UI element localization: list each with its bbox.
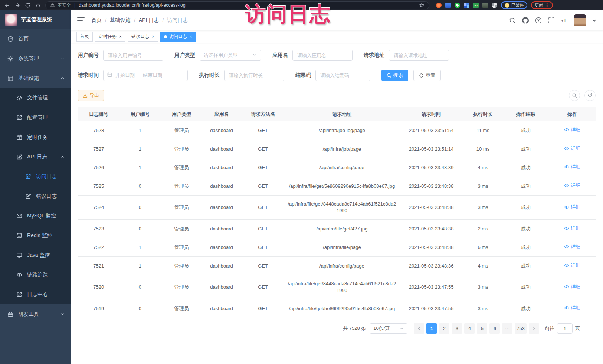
page-button-3[interactable]: 3 (452, 323, 462, 334)
more-pages-icon[interactable]: ··· (502, 323, 512, 334)
browser-menu-icon[interactable]: ⋮ (545, 3, 549, 8)
sidebar-item-Java 监控[interactable]: Java 监控 (0, 245, 71, 265)
sidebar-item-文件管理[interactable]: 文件管理 (0, 88, 71, 108)
sidebar-item-访问日志[interactable]: 访问日志 (0, 167, 71, 186)
forward-icon[interactable] (14, 2, 20, 8)
detail-link[interactable]: 详细 (564, 145, 580, 152)
close-icon[interactable]: × (119, 35, 122, 39)
column-header: 用户类型 (161, 107, 202, 121)
cell-actions: 详细 (549, 196, 596, 220)
export-button[interactable]: 导出 (78, 90, 104, 101)
page-size-select[interactable]: 10条/页 (370, 323, 407, 334)
extension-icon[interactable] (445, 3, 451, 8)
request-url-input[interactable] (389, 50, 449, 61)
extension-icon[interactable] (436, 3, 442, 8)
fullscreen-icon[interactable] (548, 17, 555, 24)
cell-user_type: 管理员 (161, 158, 202, 177)
detail-link[interactable]: 详细 (564, 283, 580, 290)
bookmark-star-icon[interactable] (419, 2, 425, 8)
extension-icon[interactable] (455, 3, 460, 8)
pagination-goto: 前往 页 (545, 323, 580, 334)
sidebar-item-API 日志[interactable]: API 日志 (0, 147, 71, 167)
sidebar-item-MySQL 监控[interactable]: MySQL 监控 (0, 206, 71, 226)
toggle-search-icon[interactable] (569, 90, 580, 101)
translate-extension-icon[interactable]: an (473, 3, 479, 8)
detail-link[interactable]: 详细 (564, 262, 580, 269)
tag-错误日志[interactable]: 错误日志× (128, 32, 158, 42)
close-icon[interactable]: × (152, 35, 154, 39)
home-icon[interactable] (35, 2, 41, 8)
user-id-input[interactable] (103, 50, 163, 61)
extension-icon[interactable] (464, 3, 469, 8)
sidebar-item-日志中心[interactable]: 日志中心 (0, 285, 71, 304)
refresh-icon[interactable] (584, 90, 596, 101)
browser-update-button[interactable]: 更新⋮ (531, 1, 553, 9)
app-name-input[interactable] (292, 50, 353, 61)
user-type-select[interactable]: 请选择用户类型 (200, 50, 261, 61)
github-icon[interactable] (522, 17, 529, 24)
table-row: 75281管理员dashboardGET/api/infra/job-log/p… (78, 121, 596, 140)
eye-icon (564, 244, 569, 249)
close-icon[interactable]: × (190, 35, 192, 39)
tag-定时任务[interactable]: 定时任务× (95, 32, 125, 42)
sidebar-item-Redis 监控[interactable]: Redis 监控 (0, 226, 71, 245)
detail-link[interactable]: 详细 (564, 182, 580, 189)
date-range-picker[interactable]: 开始日期 - 结束日期 (103, 70, 188, 81)
prev-page-button[interactable] (414, 323, 424, 334)
font-size-icon[interactable]: TT (561, 17, 568, 24)
search-button[interactable]: 搜索 (381, 70, 408, 81)
page-button-753[interactable]: 753 (515, 323, 527, 334)
sidebar-item-定时任务[interactable]: 定时任务 (0, 127, 71, 147)
address-bar[interactable]: 不安全 | dashboard.yudao.iocoder.cn/infra/l… (45, 1, 429, 9)
cell-actions: 详细 (549, 299, 596, 318)
sidebar-logo[interactable]: 芋道管理系统 (0, 10, 71, 29)
breadcrumb-item[interactable]: 首页 (91, 17, 102, 24)
table-row: 75230管理员dashboardGET/api/infra/file/get/… (78, 220, 596, 238)
cell-duration: 3 ms (463, 299, 502, 318)
detail-link[interactable]: 详细 (564, 305, 580, 311)
sidebar-item-首页[interactable]: 首页 (0, 29, 71, 49)
extension-icon[interactable] (492, 3, 497, 8)
sidebar-item-研发工具[interactable]: 研发工具 (0, 304, 71, 324)
goto-page-input[interactable] (557, 323, 573, 334)
chevron-down-icon (400, 327, 404, 331)
page-button-6[interactable]: 6 (489, 323, 500, 334)
user-avatar[interactable] (574, 14, 586, 26)
detail-link[interactable]: 详细 (564, 127, 580, 133)
next-page-button[interactable] (529, 323, 539, 334)
page-button-4[interactable]: 4 (464, 323, 475, 334)
search-icon[interactable] (509, 17, 516, 24)
page-button-2[interactable]: 2 (439, 323, 449, 334)
sidebar-item-链路追踪[interactable]: 链路追踪 (0, 265, 71, 285)
help-icon[interactable] (535, 17, 542, 24)
sidebar-item-系统管理[interactable]: 系统管理 (0, 49, 71, 68)
breadcrumb-item[interactable]: 基础设施 (110, 17, 131, 24)
duration-input[interactable] (224, 70, 284, 81)
cell-result: 成功 (502, 299, 549, 318)
detail-link[interactable]: 详细 (564, 225, 580, 232)
profile-paused-badge[interactable]: 已暂停 (501, 1, 527, 9)
reload-icon[interactable] (24, 2, 30, 8)
page-button-1[interactable]: 1 (426, 323, 437, 334)
detail-link[interactable]: 详细 (564, 204, 580, 210)
page-button-5[interactable]: 5 (477, 323, 487, 334)
sidebar-item-错误日志[interactable]: 错误日志 (0, 186, 71, 206)
extension-icon[interactable] (482, 3, 488, 8)
back-icon[interactable] (4, 2, 10, 8)
tag-访问日志[interactable]: 访问日志× (160, 32, 196, 42)
detail-link[interactable]: 详细 (564, 243, 580, 250)
tag-首页[interactable]: 首页 (76, 32, 93, 42)
breadcrumb-item[interactable]: API 日志 (139, 17, 159, 24)
detail-link[interactable]: 详细 (564, 164, 580, 170)
cell-method: GET (241, 140, 285, 158)
sidebar-item-配置管理[interactable]: 配置管理 (0, 108, 71, 127)
chevron-down-icon[interactable] (592, 19, 596, 23)
sidebar-item-基础设施[interactable]: 基础设施 (0, 68, 71, 88)
sidebar-item-label: 链路追踪 (27, 272, 48, 278)
hamburger-icon[interactable] (77, 17, 85, 23)
logo-image (5, 14, 17, 26)
result-code-input[interactable] (315, 70, 370, 81)
reset-button[interactable]: 重置 (413, 70, 441, 81)
filter-label: 执行时长 (199, 72, 220, 79)
cell-time: 2021-05-03 23:51:14 (399, 140, 463, 158)
